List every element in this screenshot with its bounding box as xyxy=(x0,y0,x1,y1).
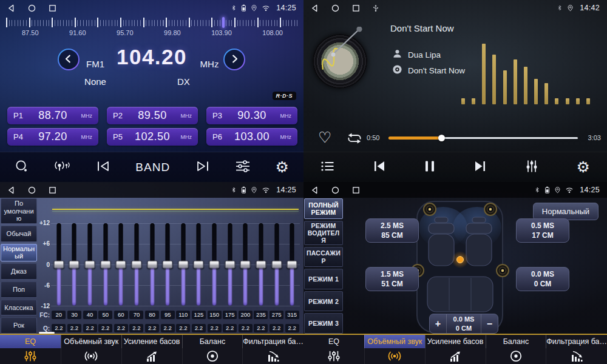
tab-surround-sound[interactable]: Объёмный звук xyxy=(364,335,425,364)
radio-preset-button[interactable]: P188.70MHz xyxy=(7,107,98,124)
eq-band-slider[interactable] xyxy=(193,223,204,306)
back-icon[interactable] xyxy=(311,4,331,12)
tab-bass-boost[interactable]: Усиление басов xyxy=(425,335,486,364)
scan-button[interactable] xyxy=(15,159,29,175)
broadcast-button[interactable] xyxy=(53,159,70,175)
eq-band-slider[interactable] xyxy=(240,223,251,306)
recents-icon[interactable] xyxy=(49,186,69,194)
eq-slider-thumb[interactable] xyxy=(256,261,266,269)
radio-preset-button[interactable]: P6103.00MHz xyxy=(206,128,297,146)
rear-left-delay[interactable]: 1.5 MS 51 CM xyxy=(365,267,419,291)
eq-preset-item[interactable]: Нормальный xyxy=(1,244,37,261)
settings-button[interactable]: ⚙ xyxy=(276,160,289,175)
eq-band-slider[interactable] xyxy=(115,223,126,306)
eq-slider-thumb[interactable] xyxy=(225,261,235,269)
home-icon[interactable] xyxy=(331,186,352,194)
equalizer-button[interactable] xyxy=(235,160,251,175)
eq-slider-thumb[interactable] xyxy=(53,261,64,269)
back-icon[interactable] xyxy=(7,186,28,194)
dx-mode-label[interactable]: DX xyxy=(177,76,190,87)
seek-bar[interactable] xyxy=(388,137,578,139)
eq-slider-thumb[interactable] xyxy=(85,261,95,269)
tab-filter[interactable]: Фильтрация ба… xyxy=(546,335,607,364)
eq-slider-thumb[interactable] xyxy=(100,261,110,269)
back-icon[interactable] xyxy=(311,186,331,194)
front-left-delay[interactable]: 2.5 MS 85 CM xyxy=(365,218,419,243)
eq-band-slider[interactable] xyxy=(84,223,95,306)
radio-preset-button[interactable]: P289.50MHz xyxy=(107,107,198,124)
eq-slider-thumb[interactable] xyxy=(147,261,157,269)
eq-slider-thumb[interactable] xyxy=(194,261,204,269)
eq-band-slider[interactable] xyxy=(69,223,80,306)
tab-bass-boost[interactable]: Усиление басов xyxy=(121,335,182,364)
tab-balance[interactable]: Баланс xyxy=(182,335,243,364)
back-icon[interactable] xyxy=(7,4,28,12)
eq-band-slider[interactable] xyxy=(100,223,111,306)
tab-balance[interactable]: Баланс xyxy=(486,335,546,364)
eq-slider-thumb[interactable] xyxy=(69,261,80,269)
sound-profile-button[interactable]: Нормальный xyxy=(533,203,599,220)
tab-eq-sliders[interactable]: EQ xyxy=(304,335,364,364)
eq-band-slider[interactable] xyxy=(287,223,297,306)
listening-mode-item[interactable]: РЕЖИМ 2 xyxy=(304,291,343,312)
eq-slider-thumb[interactable] xyxy=(240,261,251,269)
eq-slider-thumb[interactable] xyxy=(131,261,141,269)
listening-mode-item[interactable]: ПОЛНЫЙ РЕЖИМ xyxy=(304,198,343,219)
seek-up-button[interactable] xyxy=(223,49,245,70)
frequency-scale[interactable]: 87.5091.6095.7099.80103.90108.00 xyxy=(0,16,304,38)
equalizer-button[interactable] xyxy=(524,159,539,175)
pause-button[interactable] xyxy=(424,160,436,175)
recents-icon[interactable] xyxy=(49,4,69,12)
radio-preset-button[interactable]: P5102.50MHz xyxy=(107,128,198,146)
recents-icon[interactable] xyxy=(352,4,373,12)
eq-slider-thumb[interactable] xyxy=(178,261,188,269)
next-station-button[interactable] xyxy=(195,160,211,175)
listening-mode-item[interactable]: ПАССАЖИР xyxy=(304,247,343,268)
tab-eq-sliders[interactable]: EQ xyxy=(0,335,61,364)
increase-delay-button[interactable]: + xyxy=(430,314,446,333)
eq-preset-item[interactable]: По умолчанию xyxy=(1,198,37,224)
recents-icon[interactable] xyxy=(352,186,373,194)
listening-mode-item[interactable]: РЕЖИМ 1 xyxy=(304,269,343,289)
favorite-button[interactable]: ♡ xyxy=(318,130,331,145)
band-button[interactable]: BAND xyxy=(135,161,170,174)
seek-bar-thumb[interactable] xyxy=(438,135,445,141)
eq-band-slider[interactable] xyxy=(271,223,282,306)
eq-band-slider[interactable] xyxy=(53,223,64,306)
home-icon[interactable] xyxy=(331,4,352,12)
eq-band-slider[interactable] xyxy=(256,223,266,306)
radio-preset-button[interactable]: P497.20MHz xyxy=(7,128,98,146)
eq-preset-item[interactable]: Рок xyxy=(1,317,37,334)
eq-preset-item[interactable]: Джаз xyxy=(1,263,37,280)
front-right-delay[interactable]: 0.5 MS 17 CM xyxy=(516,218,569,243)
decrease-delay-button[interactable]: − xyxy=(481,314,498,333)
eq-slider-thumb[interactable] xyxy=(287,261,297,269)
previous-station-button[interactable] xyxy=(95,160,111,175)
playlist-button[interactable] xyxy=(320,160,335,174)
eq-band-slider[interactable] xyxy=(178,223,189,306)
listening-mode-item[interactable]: РЕЖИМ 3 xyxy=(304,313,343,334)
listening-mode-item[interactable]: РЕЖИМ ВОДИТЕЛЯ xyxy=(304,221,343,245)
home-icon[interactable] xyxy=(28,4,49,12)
tab-surround-sound[interactable]: Объёмный звук xyxy=(61,335,121,364)
eq-slider-thumb[interactable] xyxy=(163,261,173,269)
tab-filter[interactable]: Фильтрация ба… xyxy=(242,335,304,364)
eq-band-slider[interactable] xyxy=(209,223,220,306)
eq-preset-item[interactable]: Поп xyxy=(1,281,37,298)
settings-button[interactable]: ⚙ xyxy=(577,160,590,175)
rear-right-delay[interactable]: 0.0 MS 0 CM xyxy=(516,267,569,291)
eq-preset-item[interactable]: Классика xyxy=(1,300,37,316)
previous-track-button[interactable] xyxy=(372,160,387,175)
radio-preset-button[interactable]: P390.30MHz xyxy=(206,107,297,124)
eq-slider-thumb[interactable] xyxy=(271,261,282,269)
eq-band-slider[interactable] xyxy=(162,223,173,306)
repeat-button[interactable] xyxy=(346,132,363,147)
eq-band-slider[interactable] xyxy=(131,223,142,306)
eq-preset-item[interactable]: Обычай xyxy=(1,226,37,242)
home-icon[interactable] xyxy=(28,186,49,194)
next-track-button[interactable] xyxy=(473,160,487,175)
eq-band-slider[interactable] xyxy=(225,223,236,306)
eq-slider-thumb[interactable] xyxy=(116,261,126,269)
eq-band-slider[interactable] xyxy=(147,223,158,306)
eq-slider-thumb[interactable] xyxy=(209,261,220,269)
